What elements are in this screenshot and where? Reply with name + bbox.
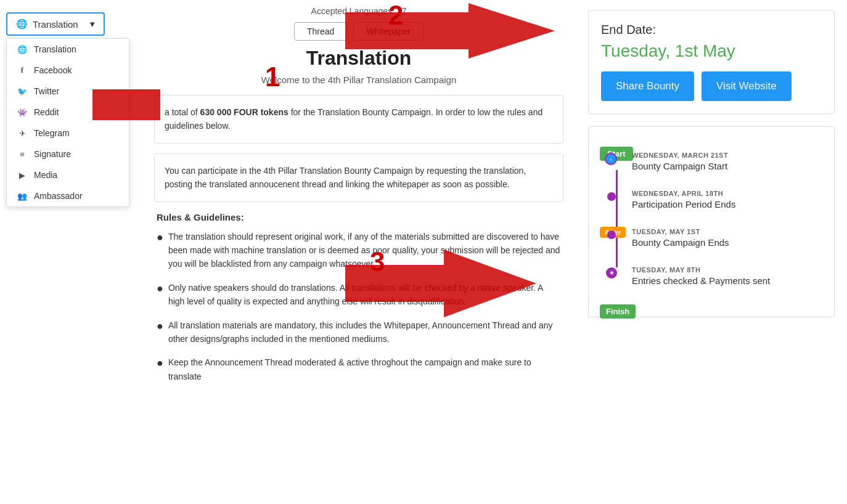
menu-item-media-label: Media xyxy=(34,170,57,180)
rules-section: Rules & Guidelines: ● The translation sh… xyxy=(154,212,563,384)
dot-1: ↓ xyxy=(605,153,617,165)
telegram-icon: ✈ xyxy=(17,129,28,138)
menu-item-facebook-label: Facebook xyxy=(34,65,72,75)
dot-4: ★ xyxy=(606,267,617,278)
menu-item-facebook[interactable]: f Facebook xyxy=(7,60,129,81)
timeline-date-4: TUESDAY, MAY 8TH xyxy=(632,266,822,274)
rule-item-4: ● Keep the Announcement Thread moderated… xyxy=(157,356,561,383)
left-panel: 🌐 Translation ▾ 🌐 Translation f Facebook… xyxy=(0,0,142,504)
timeline-section: Start ↓ WEDNESDAY, MARCH 21ST Bounty Cam… xyxy=(588,126,835,317)
visit-website-button[interactable]: Visit Website xyxy=(702,71,792,101)
share-bounty-button[interactable]: Share Bounty xyxy=(601,71,694,101)
facebook-icon: f xyxy=(17,65,28,75)
rule-item-3: ● All translation materials are mandator… xyxy=(157,319,561,346)
timeline-line xyxy=(616,170,618,267)
menu-item-reddit-label: Reddit xyxy=(34,107,59,117)
dot-3 xyxy=(607,230,616,239)
menu-item-ambassador[interactable]: 👥 Ambassador xyxy=(7,185,129,206)
menu-item-telegram[interactable]: ✈ Telegram xyxy=(7,123,129,144)
translation-dropdown-btn[interactable]: 🌐 Translation ▾ xyxy=(6,12,105,36)
signature-icon: ≡ xyxy=(17,150,28,159)
media-icon: ▶ xyxy=(17,171,28,180)
timeline-date-3: TUESDAY, MAY 1ST xyxy=(632,228,822,235)
dot-2 xyxy=(607,192,616,201)
reddit-icon: 👾 xyxy=(17,108,28,117)
twitter-icon: 🐦 xyxy=(17,87,28,96)
campaign-title: Translation xyxy=(154,47,563,70)
ambassador-icon: 👥 xyxy=(17,192,28,201)
menu-item-twitter[interactable]: 🐦 Twitter xyxy=(7,81,129,102)
bullet-4: ● xyxy=(157,356,163,383)
annotation-1: 1 xyxy=(265,62,280,92)
rule-text-4: Keep the Announcement Thread moderated &… xyxy=(168,356,561,383)
timeline-item-2: WEDNESDAY, APRIL 18TH Participation Peri… xyxy=(632,190,822,209)
annotation-2: 2 xyxy=(388,0,403,31)
timeline-label-2: Participation Period Ends xyxy=(632,199,822,209)
action-buttons: Share Bounty Visit Website xyxy=(601,71,822,101)
chevron-down-icon: ▾ xyxy=(90,18,95,30)
timeline-label-1: Bounty Campaign Start xyxy=(632,161,822,171)
menu-item-translation[interactable]: 🌐 Translation xyxy=(7,39,129,60)
thread-whitepaper-row: Thread Whitepaper xyxy=(154,22,563,41)
rule-item-1: ● The translation should represent origi… xyxy=(157,230,561,271)
participation-box: You can participate in the 4th Pillar Tr… xyxy=(154,153,563,202)
timeline-label-4: Entries checked & Payments sent xyxy=(632,275,822,286)
end-date-section: End Date: Tuesday, 1st May Share Bounty … xyxy=(588,10,835,114)
end-date-value: Tuesday, 1st May xyxy=(601,41,822,62)
dropdown-menu: 🌐 Translation f Facebook 🐦 Twitter 👾 Red… xyxy=(6,38,129,207)
annotation-3: 3 xyxy=(370,246,385,277)
translation-menu-icon: 🌐 xyxy=(17,45,28,54)
finish-badge: Finish xyxy=(600,304,636,319)
participation-text: You can participate in the 4th Pillar Tr… xyxy=(165,164,553,192)
menu-item-telegram-label: Telegram xyxy=(34,128,70,138)
thread-button[interactable]: Thread xyxy=(294,22,347,41)
campaign-subtitle: Welcome to the 4th Pillar Translation Ca… xyxy=(154,75,563,85)
right-panel: End Date: Tuesday, 1st May Share Bounty … xyxy=(576,0,847,504)
menu-item-translation-label: Translation xyxy=(34,44,76,54)
bullet-3: ● xyxy=(157,319,163,346)
rule-text-1: The translation should represent origina… xyxy=(168,230,561,271)
menu-item-ambassador-label: Ambassador xyxy=(34,191,83,201)
main-content: 1 2 3 Accepted Languages: 17 Thread Whit… xyxy=(142,0,576,504)
bullet-2: ● xyxy=(157,281,163,309)
intro-text: a total of 630 000 FOUR tokens for the T… xyxy=(165,107,542,131)
end-date-label: End Date: xyxy=(601,23,822,37)
menu-item-signature-label: Signature xyxy=(34,149,71,159)
intro-box: a total of 630 000 FOUR tokens for the T… xyxy=(154,95,563,144)
dropdown-selected-label: Translation xyxy=(33,19,78,30)
timeline-date-2: WEDNESDAY, APRIL 18TH xyxy=(632,190,822,197)
bullet-1: ● xyxy=(157,230,163,271)
menu-item-reddit[interactable]: 👾 Reddit xyxy=(7,102,129,123)
timeline-item-1: ↓ WEDNESDAY, MARCH 21ST Bounty Campaign … xyxy=(632,152,822,171)
timeline-label-3: Bounty Campaign Ends xyxy=(632,237,822,248)
menu-item-media[interactable]: ▶ Media xyxy=(7,165,129,185)
accepted-languages: Accepted Languages: 17 xyxy=(154,6,563,16)
menu-item-signature[interactable]: ≡ Signature xyxy=(7,144,129,165)
rules-title: Rules & Guidelines: xyxy=(157,212,561,222)
menu-item-twitter-label: Twitter xyxy=(34,86,59,96)
timeline-item-4: ★ TUESDAY, MAY 8TH Entries checked & Pay… xyxy=(632,266,822,286)
timeline-item-3: TUESDAY, MAY 1ST Bounty Campaign Ends xyxy=(632,228,822,248)
rule-text-3: All translation materials are mandatory,… xyxy=(168,319,561,346)
rule-item-2: ● Only native speakers should do transla… xyxy=(157,281,561,309)
translation-icon: 🌐 xyxy=(16,18,28,30)
timeline-date-1: WEDNESDAY, MARCH 21ST xyxy=(632,152,822,159)
rule-text-2: Only native speakers should do translati… xyxy=(168,281,561,309)
timeline: Start ↓ WEDNESDAY, MARCH 21ST Bounty Cam… xyxy=(607,152,822,286)
